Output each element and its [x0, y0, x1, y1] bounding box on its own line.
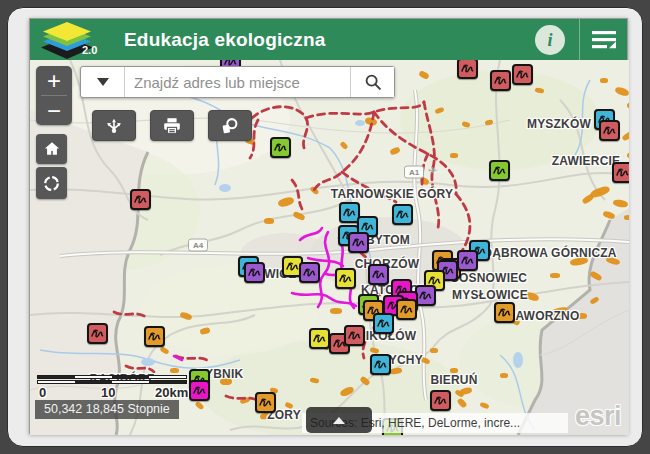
app-version: 2.0 [82, 44, 97, 56]
scribble-icon [601, 122, 618, 139]
magnifier-icon [362, 71, 384, 93]
page-title: Edukacja ekologiczna [124, 29, 325, 51]
zoom-control: + − [36, 66, 72, 125]
scribble-icon [341, 204, 358, 221]
attribution-toggle[interactable] [306, 407, 372, 433]
scribble-icon [375, 315, 392, 332]
scribble-icon [146, 328, 163, 345]
app-window: 2.0 Edukacja ekologiczna i [29, 18, 628, 434]
attribute-search-button[interactable] [208, 110, 252, 141]
map-marker-orange[interactable] [494, 302, 515, 323]
scribble-icon [370, 266, 387, 283]
caret-down-icon [97, 78, 109, 86]
scribble-icon [496, 304, 513, 321]
scribble-icon [492, 72, 509, 89]
map-marker-red[interactable] [457, 60, 478, 79]
home-button[interactable] [36, 134, 67, 164]
esri-logo: esri [575, 401, 621, 432]
search-submit-button[interactable] [350, 67, 394, 97]
map-marker-red[interactable] [599, 120, 620, 141]
map-marker-purple[interactable] [299, 262, 320, 283]
info-button[interactable]: i [535, 25, 565, 55]
map-marker-yellow[interactable] [335, 268, 356, 289]
menu-icon [591, 29, 617, 51]
map-marker-purple[interactable] [457, 250, 478, 271]
scribble-icon [346, 327, 363, 344]
scribble-icon [89, 325, 106, 342]
scribble-icon [132, 191, 149, 208]
map-marker-cyan[interactable] [392, 204, 413, 225]
map-marker-red[interactable] [344, 325, 365, 346]
map-marker-purple[interactable] [368, 264, 389, 285]
scribble-icon [394, 206, 411, 223]
scribble-icon [257, 394, 274, 411]
scale-bar: 0 10 20km [37, 375, 187, 400]
scale-label-0: 0 [39, 385, 46, 400]
scale-label-10: 10 [101, 385, 115, 400]
scribble-icon [272, 139, 289, 156]
scribble-icon [284, 258, 301, 275]
home-icon [42, 139, 62, 159]
scribble-icon [350, 234, 367, 251]
zoom-in-button[interactable]: + [36, 66, 72, 95]
map-marker-yellow[interactable] [309, 328, 330, 349]
zoom-out-button[interactable]: − [36, 96, 72, 125]
scribble-icon [311, 330, 328, 347]
printer-icon [161, 115, 183, 137]
scribble-icon [614, 164, 630, 181]
coordinates-readout: 50,342 18,845 Stopnie [35, 400, 179, 419]
app-header: 2.0 Edukacja ekologiczna i [30, 19, 627, 60]
share-button[interactable] [92, 110, 136, 141]
map-marker-magenta[interactable] [189, 380, 210, 401]
locate-icon [41, 173, 62, 194]
map-marker-red[interactable] [130, 189, 151, 210]
search-document-icon [219, 115, 241, 137]
map-marker-purple[interactable] [348, 232, 369, 253]
scribble-icon [337, 270, 354, 287]
scribble-icon [514, 66, 531, 83]
scribble-icon [301, 264, 318, 281]
scribble-icon [432, 392, 449, 409]
caret-up-icon [333, 417, 345, 424]
scribble-icon [491, 162, 508, 179]
scribble-icon [246, 264, 263, 281]
map-marker-orange[interactable] [144, 326, 165, 347]
scale-bar-top [37, 375, 187, 379]
map-marker-purple[interactable] [415, 285, 436, 306]
map-canvas[interactable]: MYSZKÓWZAWIERCIETARNOWSKIE GÓRYBYTOMCHOR… [30, 60, 629, 435]
scale-label-20km: 20km [155, 385, 188, 400]
menu-button[interactable] [580, 19, 627, 60]
scribble-icon [459, 60, 476, 77]
scribble-icon [459, 252, 476, 269]
map-marker-green[interactable] [270, 137, 291, 158]
search-dropdown-button[interactable] [81, 67, 125, 97]
map-marker-purple[interactable] [244, 262, 265, 283]
search-widget [80, 66, 395, 98]
map-marker-cyan[interactable] [370, 354, 391, 375]
map-marker-orange[interactable] [396, 299, 417, 320]
search-input[interactable] [125, 67, 350, 97]
window-frame: 2.0 Edukacja ekologiczna i [7, 7, 643, 447]
scribble-icon [398, 301, 415, 318]
header-actions: i [535, 19, 627, 60]
map-marker-cyan[interactable] [373, 313, 394, 334]
map-toolbar [92, 110, 252, 141]
locate-button[interactable] [36, 167, 67, 199]
map-marker-green[interactable] [489, 160, 510, 181]
map-marker-red[interactable] [87, 323, 108, 344]
scribble-icon [191, 382, 208, 399]
info-icon: i [547, 31, 552, 49]
map-marker-orange[interactable] [255, 392, 276, 413]
map-marker-red[interactable] [512, 64, 533, 85]
scribble-icon [417, 287, 434, 304]
print-button[interactable] [150, 110, 194, 141]
scribble-icon [372, 356, 389, 373]
map-marker-red[interactable] [490, 70, 511, 91]
app-logo: 2.0 [38, 20, 98, 60]
share-icon [103, 115, 125, 137]
map-marker-red[interactable] [612, 162, 630, 183]
map-marker-red[interactable] [430, 390, 451, 411]
